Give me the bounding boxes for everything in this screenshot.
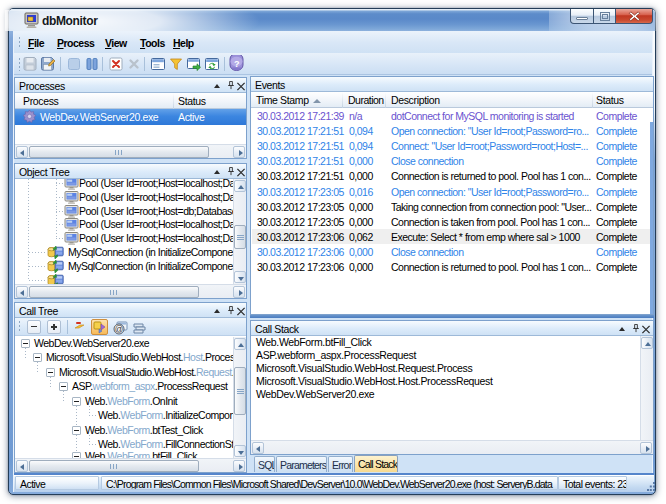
svg-text:?: ?: [234, 59, 239, 69]
svg-text:@: @: [115, 324, 123, 334]
